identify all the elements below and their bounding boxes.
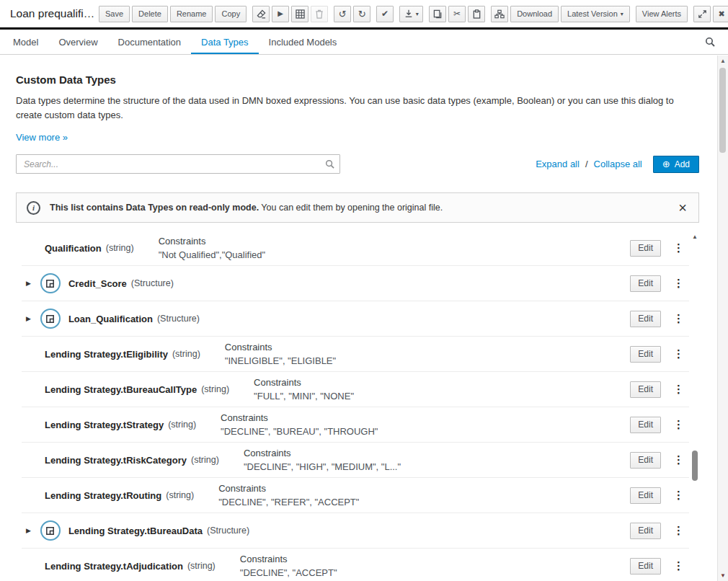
edit-button[interactable]: Edit [630, 452, 661, 469]
caret-down-icon: ▾ [621, 11, 623, 17]
constraints-label: Constraints [240, 552, 337, 566]
tab-data-types[interactable]: Data Types [191, 30, 259, 54]
constraints-value: "DECLINE", "HIGH", "MEDIUM", "L..." [244, 460, 401, 474]
data-type-name: Lending Strategy.tAdjudication [45, 561, 183, 572]
kebab-menu-icon[interactable]: ⋮ [670, 240, 688, 256]
constraints-label: Constraints [218, 482, 359, 495]
download-split-button[interactable]: ▾ [399, 6, 423, 22]
constraints-block: Constraints "DECLINE", "ACCEPT" [240, 552, 337, 580]
search-input[interactable] [16, 154, 340, 174]
cut-button[interactable]: ✂ [448, 6, 466, 22]
tab-documentation[interactable]: Documentation [108, 30, 191, 54]
kebab-menu-icon[interactable]: ⋮ [670, 417, 688, 433]
add-button[interactable]: ⊕ Add [653, 156, 699, 173]
run-button[interactable]: ▶ [272, 6, 289, 22]
edit-button[interactable]: Edit [630, 523, 661, 539]
page-scrollbar[interactable]: ▲ ▼ [717, 56, 728, 581]
close-editor-button[interactable]: ✖ [713, 6, 728, 22]
kebab-menu-icon[interactable]: ⋮ [670, 487, 688, 503]
expand-caret-icon[interactable]: ▶ [26, 527, 31, 534]
sitemap-button[interactable] [491, 6, 508, 22]
constraints-label: Constraints [221, 411, 378, 425]
edit-button[interactable]: Edit [630, 311, 661, 327]
save-button[interactable]: Save [99, 6, 130, 22]
data-type-row: Lending Strategy.tEligibility (string) C… [22, 337, 689, 372]
tab-search-button[interactable] [699, 30, 721, 54]
redo-button[interactable]: ↻ [353, 6, 370, 22]
expand-arrows-icon [698, 10, 706, 18]
close-alert-icon[interactable]: × [677, 200, 688, 215]
plus-circle-icon: ⊕ [662, 159, 670, 169]
undo-button[interactable]: ↺ [334, 6, 351, 22]
edit-button[interactable]: Edit [630, 381, 661, 398]
data-type-list-container: Qualification (string) Constraints "Not … [22, 231, 699, 581]
expand-caret-icon[interactable]: ▶ [26, 315, 31, 322]
latest-version-dropdown[interactable]: Latest Version ▾ [561, 6, 630, 22]
edit-button[interactable]: Edit [630, 487, 661, 504]
view-more-link[interactable]: View more » [16, 132, 68, 143]
kebab-menu-icon[interactable]: ⋮ [670, 558, 688, 574]
expand-caret-icon[interactable]: ▶ [26, 280, 31, 287]
alert-message: This list contains Data Types on read-on… [50, 203, 443, 213]
validate-button[interactable]: ✔ [376, 6, 394, 22]
kebab-menu-icon[interactable]: ⋮ [670, 275, 688, 291]
constraints-value: "FULL", "MINI", "NONE" [254, 389, 354, 403]
trash-button[interactable] [311, 6, 328, 22]
list-scrollbar-thumb[interactable] [692, 451, 698, 481]
grid-layout-button[interactable] [291, 6, 308, 22]
scroll-up-icon[interactable]: ▲ [718, 58, 728, 64]
expand-editor-button[interactable] [693, 6, 711, 22]
copy-button[interactable]: Copy [215, 6, 247, 22]
delete-button[interactable]: Delete [132, 6, 168, 22]
kebab-menu-icon[interactable]: ⋮ [670, 452, 688, 468]
expand-all-link[interactable]: Expand all [536, 159, 580, 169]
editor-toolbar: Loan prequalification.... Save Delete Re… [0, 0, 728, 30]
scroll-down-icon[interactable]: ▼ [718, 572, 728, 579]
edit-button[interactable]: Edit [630, 558, 661, 575]
page-scrollbar-thumb[interactable] [719, 68, 726, 153]
kebab-menu-icon[interactable]: ⋮ [670, 346, 688, 362]
collapse-all-link[interactable]: Collapse all [594, 159, 642, 169]
search-icon [325, 159, 334, 169]
kebab-menu-icon[interactable]: ⋮ [670, 381, 688, 397]
data-type-name: Lending Strategy.tRouting [45, 490, 161, 501]
data-type-row: Lending Strategy.tStrategy (string) Cons… [22, 407, 689, 443]
kebab-menu-icon[interactable]: ⋮ [670, 311, 688, 327]
data-type-name: Lending Strategy.tBureauCallType [45, 384, 197, 395]
data-type-list: Qualification (string) Constraints "Not … [22, 231, 689, 581]
paste-button[interactable] [468, 6, 485, 22]
constraints-value: "DECLINE", "BUREAU", "THROUGH" [221, 425, 378, 438]
edit-button[interactable]: Edit [630, 275, 661, 292]
search-field [16, 154, 340, 174]
constraints-block: Constraints "DECLINE", "BUREAU", "THROUG… [221, 411, 378, 438]
constraints-value: "INELIGIBLE", "ELIGIBLE" [225, 354, 336, 368]
kebab-menu-icon[interactable]: ⋮ [670, 523, 688, 538]
edit-button[interactable]: Edit [630, 417, 661, 433]
data-type-name: Loan_Qualification [68, 314, 153, 324]
tab-overview[interactable]: Overview [48, 30, 107, 54]
edit-button[interactable]: Edit [630, 346, 661, 363]
sitemap-icon [494, 9, 505, 19]
data-type-row: ▶ Lending Strategy.tBureauData (Structur… [22, 513, 689, 549]
redo-icon: ↻ [358, 9, 366, 19]
view-alerts-button[interactable]: View Alerts [636, 6, 688, 22]
row-actions: Edit ⋮ [630, 381, 688, 398]
page-heading: Custom Data Types [16, 74, 699, 86]
latest-version-label: Latest Version [567, 9, 618, 18]
list-controls: Expand all / Collapse all ⊕ Add [16, 154, 699, 174]
erase-button[interactable] [252, 6, 270, 22]
copy-page-button[interactable] [429, 6, 446, 22]
constraints-block: Constraints "Not Qualified","Qualified" [159, 234, 266, 262]
scroll-up-icon[interactable]: ▲ [691, 234, 699, 240]
edit-button[interactable]: Edit [630, 240, 661, 257]
tab-included-models[interactable]: Included Models [259, 30, 347, 54]
tab-model[interactable]: Model [3, 30, 48, 54]
list-scrollbar[interactable]: ▲ [691, 232, 699, 581]
constraints-value: "DECLINE", "REFER", "ACCEPT" [218, 495, 359, 509]
download-button[interactable]: Download [510, 6, 559, 22]
rename-button[interactable]: Rename [170, 6, 213, 22]
separator: / [585, 159, 588, 169]
caret-down-icon: ▾ [416, 11, 419, 17]
data-type-kind: (string) [172, 349, 200, 359]
row-actions: Edit ⋮ [630, 275, 688, 292]
